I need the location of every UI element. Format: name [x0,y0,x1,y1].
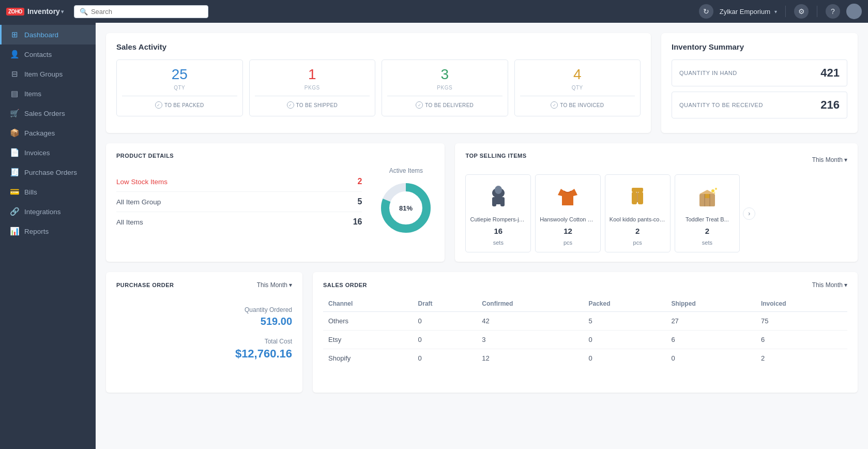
ts-item-3[interactable]: Toddler Treat B... 2 sets [675,174,740,252]
sa-deliver-number: 3 [440,67,449,82]
sidebar-item-bills[interactable]: 💳 Bills [0,182,96,202]
ts-item-name-1: Hanswooly Cotton cas... [540,216,596,222]
refresh-icon[interactable]: ↻ [699,4,713,19]
ts-item-img-1 [552,181,583,212]
so-confirmed-others: 42 [477,312,583,331]
ts-next-button[interactable]: › [743,207,755,220]
ts-item-unit-2: pcs [633,240,642,246]
box-icon [693,183,721,211]
topnav-divider [785,6,786,17]
app-dropdown-icon[interactable]: ▾ [61,9,64,14]
po-cost-label: Total Cost [265,338,292,345]
so-filter[interactable]: This Month ▾ [812,281,847,289]
pd-allitems-value: 16 [353,217,362,227]
pants-icon [623,183,651,211]
ts-item-qty-2: 2 [635,227,639,235]
sa-card-deliver[interactable]: 3 Pkgs TO BE DELIVERED [382,59,508,116]
filter-dropdown-icon: ▾ [844,156,847,163]
sidebar-item-items[interactable]: ▤ Items [0,84,96,103]
org-name[interactable]: Zylkar Emporium [720,8,770,16]
bottom-row: PURCHASE ORDER This Month ▾ Quantity Ord… [106,272,858,393]
sidebar-item-sales-orders[interactable]: 🛒 Sales Orders [0,103,96,123]
ts-item-2[interactable]: Kool kiddo pants-cow ... 2 pcs [605,174,671,252]
pd-row-itemgroup[interactable]: All Item Group 5 [116,192,362,212]
topnav: ZOHO Inventory ▾ 🔍 ↻ Zylkar Emporium ▾ ⚙… [0,0,868,23]
sidebar-item-item-groups[interactable]: ⊟ Item Groups [0,64,96,84]
app-body: ⊞ Dashboard 👤 Contacts ⊟ Item Groups ▤ I… [0,23,868,449]
sidebar-item-reports[interactable]: 📊 Reports [0,221,96,241]
pd-itemgroup-value: 5 [358,197,362,206]
user-avatar[interactable] [846,4,862,19]
pd-row-allitems[interactable]: All Items 16 [116,212,362,232]
sidebar-item-label: Bills [24,188,37,196]
sidebar-item-label: Reports [24,228,49,235]
org-dropdown-icon[interactable]: ▾ [774,9,777,14]
ts-item-unit-0: sets [493,240,504,246]
topnav-divider2 [817,6,817,17]
pd-row-lowstock[interactable]: Low Stock Items 2 [116,172,362,192]
so-col-confirmed: Confirmed [477,296,583,312]
search-bar[interactable]: 🔍 [74,5,208,18]
so-row-etsy[interactable]: Etsy 0 3 0 6 6 [323,331,847,349]
so-filter-dropdown-icon: ▾ [844,281,847,289]
inv-hand-label: QUANTITY IN HAND [679,70,737,76]
donut-chart: 81% [377,179,434,236]
so-header: SALES ORDER This Month ▾ [323,281,847,289]
sidebar-item-integrations[interactable]: 🔗 Integrations [0,202,96,221]
so-packed-etsy: 0 [584,331,666,349]
sa-card-invoice[interactable]: 4 Qty TO BE INVOICED [514,59,641,116]
po-filter[interactable]: This Month ▾ [257,281,292,289]
donut-pct-text: 81% [399,204,413,212]
sidebar-item-label: Packages [24,129,55,137]
sa-ship-number: 1 [308,67,316,82]
settings-icon[interactable]: ⚙ [794,4,809,19]
so-row-shopify[interactable]: Shopify 0 12 0 0 2 [323,349,847,368]
so-row-others[interactable]: Others 0 42 5 27 75 [323,312,847,331]
sales-order-panel: SALES ORDER This Month ▾ Channel Draft C… [313,272,858,393]
donut-chart-container: Active Items 81% [377,167,434,236]
ts-item-img-2 [622,181,653,212]
sa-pack-number: 25 [172,67,188,82]
middle-row: PRODUCT DETAILS Low Stock Items 2 All It… [106,143,858,262]
sidebar-item-label: Integrations [24,208,61,216]
sidebar-item-label: Dashboard [24,31,58,39]
inv-receive-label: QUANTITY TO BE RECEIVED [679,102,763,108]
so-invoiced-etsy: 6 [756,331,847,349]
inv-row-receive[interactable]: QUANTITY TO BE RECEIVED 216 [672,92,847,118]
inv-row-hand[interactable]: QUANTITY IN HAND 421 [672,59,847,86]
contacts-icon: 👤 [10,50,19,59]
sa-card-ship[interactable]: 1 Pkgs TO BE SHIPPED [249,59,376,116]
sa-pack-unit: Qty [174,85,185,91]
sidebar-item-dashboard[interactable]: ⊞ Dashboard [0,25,96,44]
top-selling-panel: TOP SELLING ITEMS This Month ▾ [455,143,858,262]
sidebar-item-label: Purchase Orders [24,169,77,176]
top-selling-filter[interactable]: This Month ▾ [812,156,847,163]
sidebar-item-label: Items [24,90,41,98]
ts-item-name-3: Toddler Treat B... [679,216,736,222]
sidebar-item-purchase-orders[interactable]: 🧾 Purchase Orders [0,162,96,182]
ts-items-list: Cutiepie Rompers-jet ... 16 sets [465,174,740,252]
sa-pack-status: TO BE PACKED [155,101,204,109]
app-logo: ZOHO Inventory ▾ [6,7,64,16]
pd-itemgroup-label: All Item Group [116,198,161,206]
svg-point-17 [715,188,717,190]
svg-point-18 [713,192,715,194]
sidebar-item-invoices[interactable]: 📄 Invoices [0,143,96,162]
invoices-icon: 📄 [10,148,19,157]
sidebar-item-contacts[interactable]: 👤 Contacts [0,44,96,64]
sa-card-pack[interactable]: 25 Qty TO BE PACKED [116,59,243,116]
product-details-title: PRODUCT DETAILS [116,153,434,159]
sa-cards: 25 Qty TO BE PACKED 1 Pkgs [116,59,641,116]
ts-item-qty-3: 2 [705,227,709,235]
sidebar-item-packages[interactable]: 📦 Packages [0,123,96,143]
top-selling-title: TOP SELLING ITEMS [465,153,526,159]
ts-item-1[interactable]: Hanswooly Cotton cas... 12 pcs [535,174,601,252]
search-input[interactable] [91,8,203,16]
po-title: PURCHASE ORDER [116,282,174,288]
pd-lowstock-label: Low Stock Items [116,178,167,186]
po-cost-value: $12,760.16 [235,347,292,361]
ts-item-unit-3: sets [702,240,712,246]
help-icon[interactable]: ? [826,4,840,19]
ts-item-0[interactable]: Cutiepie Rompers-jet ... 16 sets [465,174,531,252]
inv-hand-value: 421 [820,66,840,80]
